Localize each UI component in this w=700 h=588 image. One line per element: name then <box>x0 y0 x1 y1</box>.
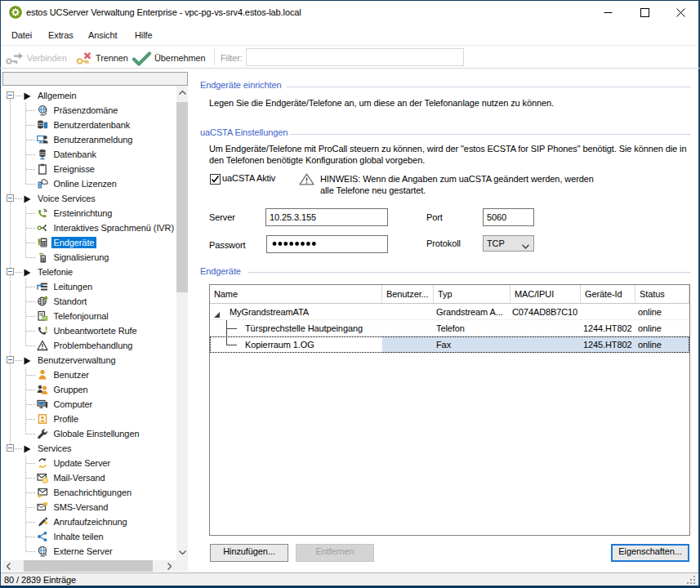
toolbar-button-trennen[interactable]: Trennen <box>96 53 128 64</box>
menu-hilfe[interactable]: Hilfe <box>135 27 153 43</box>
scroll-thumb[interactable] <box>176 102 188 292</box>
scroll-left-button[interactable] <box>2 560 14 572</box>
tree-item-benutzerdatenbank[interactable]: Benutzerdatenbank <box>2 118 176 132</box>
filter-label: Filter: <box>221 53 243 64</box>
protocol-select[interactable]: TCP <box>483 235 534 252</box>
user-database-icon <box>37 119 48 131</box>
tree-collapse-box[interactable] <box>7 91 14 99</box>
section-line <box>248 272 691 273</box>
tree-horizontal-scrollbar[interactable] <box>2 560 175 572</box>
lines-icon <box>37 281 48 292</box>
tree-category-services[interactable]: Services <box>2 441 176 456</box>
tree-item-profile[interactable]: Profile <box>2 412 176 426</box>
section-title-endgeraete-einrichten: Endgeräte einrichten <box>200 80 282 91</box>
key-connect-icon[interactable] <box>6 52 25 67</box>
tree-item-ereignisse[interactable]: Ereignisse <box>2 162 176 176</box>
cell-status: online <box>638 304 662 320</box>
tree-item-inhalte-teilen[interactable]: Inhalte teilen <box>2 529 176 544</box>
tree-category-voice-services[interactable]: Voice Services <box>2 191 176 206</box>
tree-category-benutzerverwaltung[interactable]: Benutzerverwaltung <box>2 353 176 368</box>
filter-input[interactable] <box>246 48 464 66</box>
column-header-name[interactable]: Name <box>210 285 382 303</box>
key-disconnect-icon[interactable] <box>76 51 93 67</box>
add-button[interactable]: Hinzufügen... <box>210 544 288 562</box>
table-row[interactable]: Kopierraum 1.OGFax1245.HT802online <box>210 336 689 353</box>
tree-item-benutzeranmeldung[interactable]: Benutzeranmeldung <box>2 132 176 147</box>
cell-name: MyGrandstreamATA <box>230 304 309 320</box>
column-header-typ[interactable]: Typ <box>434 285 511 303</box>
check-icon[interactable] <box>132 51 152 68</box>
tree-item-externe-server[interactable]: Externe Server <box>2 544 176 559</box>
window-border-left <box>0 0 1 588</box>
warning-tri-icon <box>37 340 48 351</box>
password-input[interactable] <box>266 235 388 253</box>
tree-item-label: Benutzer <box>54 369 89 381</box>
tree-item-label: Anrufaufzeichnung <box>54 516 127 528</box>
tree-item-interaktives-sprachmen-ivr-[interactable]: Interaktives Sprachmenü (IVR) <box>2 220 176 235</box>
tree-category-telefonie[interactable]: Telefonie <box>2 265 176 279</box>
table-row[interactable]: MyGrandstreamATAGrandstream A...C074AD8B… <box>210 304 689 320</box>
tree-collapse-box[interactable] <box>7 268 14 275</box>
tree-item-mail-versand[interactable]: Mail-Versand <box>2 470 176 485</box>
tree-item-telefonjournal[interactable]: Telefonjournal <box>2 309 176 323</box>
tree-item-problembehandlung[interactable]: Problembehandlung <box>2 338 176 353</box>
scroll-up-button[interactable] <box>176 86 188 100</box>
minimize-icon <box>604 8 613 17</box>
toolbar-button-bernehmen[interactable]: Übernehmen <box>154 53 206 64</box>
tree-item-sms-versand[interactable]: SMS-Versand <box>2 500 176 514</box>
tree-item-gruppen[interactable]: Gruppen <box>2 382 176 397</box>
tree-item-computer[interactable]: Computer <box>2 397 176 412</box>
tree-item-label: Interaktives Sprachmenü (IVR) <box>54 222 175 234</box>
row-expander-icon[interactable] <box>214 310 220 319</box>
tree-item-endger-te[interactable]: Endgeräte <box>2 235 176 250</box>
tree-item-ersteinrichtung[interactable]: Ersteinrichtung <box>2 206 176 220</box>
menu-extras[interactable]: Extras <box>48 27 74 43</box>
tree-collapse-box[interactable] <box>7 444 14 452</box>
column-header-benutzer-[interactable]: Benutzer... <box>382 285 434 303</box>
tree-item-leitungen[interactable]: Leitungen <box>2 279 176 294</box>
table-row[interactable]: Türsprechstelle HautpeingangTelefon1244.… <box>210 320 689 336</box>
database-icon <box>37 149 48 160</box>
tree-item-signalisierung[interactable]: Signalisierung <box>2 250 176 265</box>
section-title-endgeraete: Endgeräte <box>200 266 241 277</box>
uacsta-aktiv-checkbox[interactable] <box>210 174 221 185</box>
column-header-mac-ipui[interactable]: MAC/IPUI <box>511 285 581 303</box>
maximize-button[interactable] <box>626 1 663 24</box>
tree-item-label: Profile <box>54 413 78 425</box>
tree-item-globale-einstellungen[interactable]: Globale Einstellungen <box>2 426 176 441</box>
tree-item-benutzer[interactable]: Benutzer <box>2 368 176 382</box>
tree-item-unbeantwortete-rufe[interactable]: Unbeantwortete Rufe <box>2 323 176 338</box>
uacsta-hint: HINWEIS: Wenn die Angaben zum uaCSTA geä… <box>320 173 594 196</box>
close-button[interactable] <box>662 1 699 24</box>
minimize-button[interactable] <box>590 1 626 24</box>
menu-datei[interactable]: Datei <box>11 27 32 43</box>
toolbar-button-verbinden[interactable]: Verbinden <box>27 53 67 64</box>
resize-grip[interactable] <box>686 575 696 585</box>
properties-button[interactable]: Eigenschaften... <box>611 544 689 562</box>
column-header-status[interactable]: Status <box>635 285 689 303</box>
port-input[interactable] <box>483 208 534 226</box>
server-input[interactable] <box>265 208 388 226</box>
tree-item-label: Inhalte teilen <box>54 531 104 542</box>
tree-item-label: Unbeantwortete Rufe <box>54 325 137 336</box>
scroll-thumb-horizontal[interactable] <box>24 560 153 572</box>
category-triangle-icon <box>24 357 31 367</box>
menu-ansicht[interactable]: Ansicht <box>88 27 117 43</box>
remove-button[interactable]: Entfernen <box>296 544 374 562</box>
tree-item-update-server[interactable]: Update Server <box>2 456 176 470</box>
tree-vertical-scrollbar[interactable] <box>176 86 188 560</box>
scroll-right-button[interactable] <box>163 560 175 572</box>
scroll-down-button[interactable] <box>176 546 188 559</box>
tree-item-datenbank[interactable]: Datenbank <box>2 147 176 162</box>
tree-collapse-box[interactable] <box>7 356 14 363</box>
tree-category-allgemein[interactable]: Allgemein <box>2 88 176 103</box>
tree-item-benachrichtigungen[interactable]: Benachrichtigungen <box>2 485 176 500</box>
tree-item-standort[interactable]: Standort <box>2 294 176 309</box>
column-header-ger-te-id[interactable]: Geräte-Id <box>581 285 635 303</box>
tree-item-label: Externe Server <box>54 546 113 557</box>
tree-item-pr-senzdom-ne[interactable]: Präsenzdomäne <box>2 103 176 118</box>
tree-item-online-lizenzen[interactable]: Online Lizenzen <box>2 176 176 191</box>
tree-item-label: Benutzerdatenbank <box>54 119 131 131</box>
tree-item-anrufaufzeichnung[interactable]: Anrufaufzeichnung <box>2 514 176 529</box>
tree-collapse-box[interactable] <box>7 194 14 202</box>
